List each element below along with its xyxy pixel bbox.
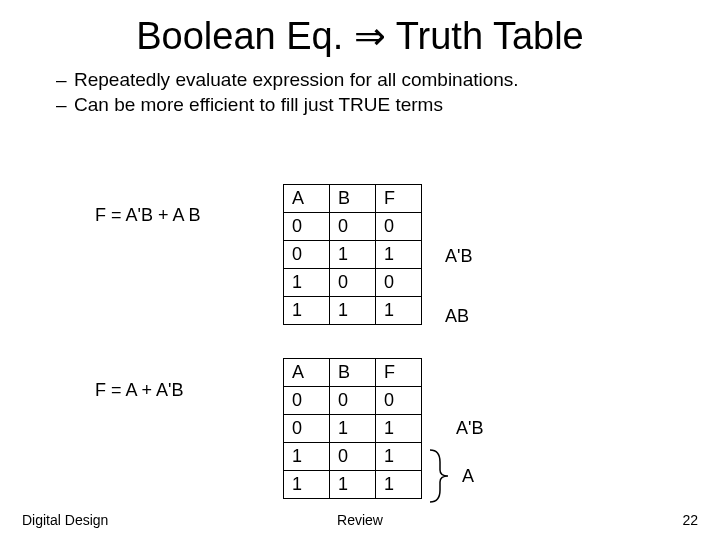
table-row: A B F xyxy=(284,185,422,213)
cell: 0 xyxy=(376,387,422,415)
bullet-text: Can be more efficient to fill just TRUE … xyxy=(74,93,443,118)
annotation-a-prime-b-2: A'B xyxy=(456,418,483,439)
cell: 1 xyxy=(376,415,422,443)
implies-arrow-icon: ⇒ xyxy=(354,15,386,57)
cell: 1 xyxy=(330,297,376,325)
cell: 1 xyxy=(330,415,376,443)
col-header-a: A xyxy=(284,185,330,213)
cell: 0 xyxy=(330,213,376,241)
table-row: 1 0 1 xyxy=(284,443,422,471)
cell: 0 xyxy=(284,241,330,269)
cell: 1 xyxy=(284,471,330,499)
bullet-item: – Can be more efficient to fill just TRU… xyxy=(56,93,720,118)
bullet-dash-icon: – xyxy=(56,93,74,118)
cell: 1 xyxy=(330,471,376,499)
slide-number: 22 xyxy=(682,512,698,528)
cell: 1 xyxy=(376,241,422,269)
bullet-dash-icon: – xyxy=(56,68,74,93)
title-part2: Truth Table xyxy=(386,15,584,57)
bullet-text: Repeatedly evaluate expression for all c… xyxy=(74,68,519,93)
annotation-a: A xyxy=(462,466,474,487)
table-row: 0 0 0 xyxy=(284,387,422,415)
footer-text-center: Review xyxy=(0,512,720,528)
col-header-a: A xyxy=(284,359,330,387)
bullet-item: – Repeatedly evaluate expression for all… xyxy=(56,68,720,93)
cell: 0 xyxy=(284,213,330,241)
table-row: A B F xyxy=(284,359,422,387)
cell: 1 xyxy=(284,443,330,471)
truth-table-2: A B F 0 0 0 0 1 1 1 0 1 1 1 1 xyxy=(283,358,422,499)
cell: 0 xyxy=(376,269,422,297)
bullet-list: – Repeatedly evaluate expression for all… xyxy=(56,68,720,117)
table-row: 0 0 0 xyxy=(284,213,422,241)
annotation-a-b: AB xyxy=(445,306,469,327)
slide-title: Boolean Eq. ⇒ Truth Table xyxy=(0,0,720,58)
cell: 1 xyxy=(284,269,330,297)
cell: 1 xyxy=(376,471,422,499)
col-header-f: F xyxy=(376,359,422,387)
col-header-b: B xyxy=(330,185,376,213)
col-header-f: F xyxy=(376,185,422,213)
truth-table-1: A B F 0 0 0 0 1 1 1 0 0 1 1 1 xyxy=(283,184,422,325)
cell: 1 xyxy=(330,241,376,269)
col-header-b: B xyxy=(330,359,376,387)
table-row: 0 1 1 xyxy=(284,415,422,443)
cell: 0 xyxy=(330,443,376,471)
table-row: 0 1 1 xyxy=(284,241,422,269)
cell: 1 xyxy=(376,443,422,471)
cell: 0 xyxy=(284,387,330,415)
title-part1: Boolean Eq. xyxy=(136,15,354,57)
cell: 1 xyxy=(376,297,422,325)
annotation-a-prime-b: A'B xyxy=(445,246,472,267)
cell: 0 xyxy=(376,213,422,241)
cell: 0 xyxy=(284,415,330,443)
equation-1: F = A'B + A B xyxy=(95,205,201,226)
brace-icon xyxy=(428,448,458,504)
table-row: 1 1 1 xyxy=(284,297,422,325)
cell: 0 xyxy=(330,269,376,297)
cell: 0 xyxy=(330,387,376,415)
equation-2: F = A + A'B xyxy=(95,380,184,401)
table-row: 1 0 0 xyxy=(284,269,422,297)
cell: 1 xyxy=(284,297,330,325)
table-row: 1 1 1 xyxy=(284,471,422,499)
